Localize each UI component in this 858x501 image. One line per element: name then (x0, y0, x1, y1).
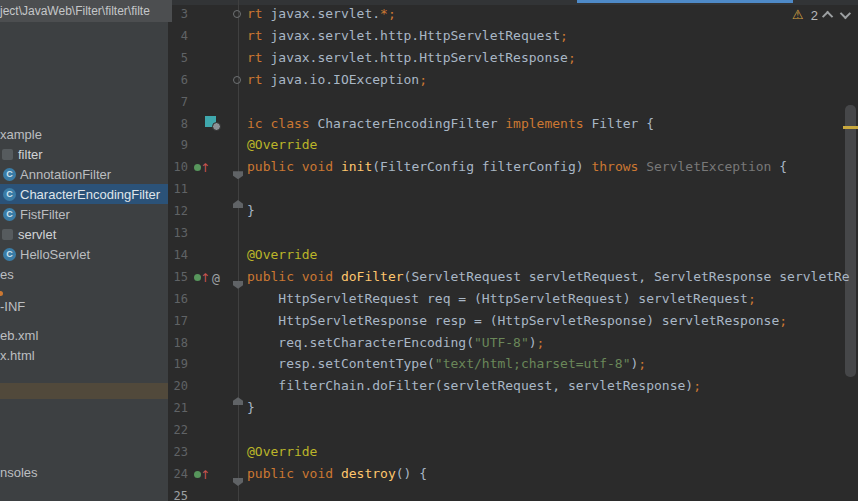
line-number: 12 (168, 200, 188, 222)
code-line-5[interactable]: 5rt javax.servlet.http.HttpServletRespon… (168, 47, 858, 69)
tree-item-xample[interactable]: xample (0, 124, 168, 144)
class-icon: C (3, 208, 16, 221)
code-line-22[interactable]: 22 (168, 419, 858, 441)
line-number: 7 (168, 91, 188, 113)
code-line-11[interactable]: 11 (168, 178, 858, 200)
annotated-method-icon[interactable]: @ (212, 268, 220, 290)
code-text: public void destroy() { (247, 463, 427, 485)
code-line-4[interactable]: 4rt javax.servlet.http.HttpServletReques… (168, 25, 858, 47)
line-number: 14 (168, 244, 188, 266)
line-number: 9 (168, 134, 188, 156)
tree-item-label: es (0, 267, 14, 282)
code-line-7[interactable]: 7 (168, 91, 858, 113)
line-number: 22 (168, 419, 188, 441)
line-number: 11 (168, 178, 188, 200)
line-number: 10 (168, 156, 188, 178)
line-number: 18 (168, 332, 188, 354)
tree-item-label: servlet (18, 227, 56, 242)
code-line-14[interactable]: 14@Override (168, 244, 858, 266)
tree-item-helloservlet[interactable]: CHelloServlet (0, 244, 168, 264)
code-line-21[interactable]: 21} (168, 397, 858, 419)
class-icon: C (3, 248, 16, 261)
code-line-25[interactable]: 25 (168, 485, 858, 501)
previous-highlight-icon[interactable] (822, 11, 833, 22)
file-path-tooltip: ject\JavaWeb\Filter\filter\filte (0, 0, 172, 22)
code-text: @Override (247, 134, 317, 156)
code-line-17[interactable]: 17 HttpServletResponse resp = (HttpServl… (168, 310, 858, 332)
fold-marker-icon[interactable] (233, 200, 243, 208)
code-text: HttpServletResponse resp = (HttpServletR… (247, 310, 787, 332)
tree-item-nsoles[interactable]: nsoles (0, 462, 168, 482)
code-text: } (247, 397, 255, 419)
tree-item-label: -INF (0, 299, 25, 314)
line-number: 24 (168, 463, 188, 485)
code-text: rt java.io.IOException; (247, 69, 427, 91)
code-text: ic class CharacterEncodingFilter impleme… (247, 113, 654, 135)
code-line-18[interactable]: 18 req.setCharacterEncoding("UTF-8"); (168, 332, 858, 354)
tree-item-label: AnnotationFilter (20, 167, 111, 182)
overriding-method-icon[interactable]: ↑ (194, 269, 210, 284)
fold-marker-icon[interactable] (233, 76, 241, 84)
tree-item-servlet[interactable]: servlet (0, 224, 168, 244)
code-line-6[interactable]: 6rt java.io.IOException; (168, 69, 858, 91)
line-number: 21 (168, 397, 188, 419)
code-line-23[interactable]: 23@Override (168, 441, 858, 463)
tree-item-annotationfilter[interactable]: CAnnotationFilter (0, 164, 168, 184)
code-text: @Override (247, 441, 317, 463)
code-line-12[interactable]: 12} (168, 200, 858, 222)
code-line-15[interactable]: 15↑@public void doFilter(ServletRequest … (168, 266, 858, 288)
tree-item-label: FistFilter (20, 207, 70, 222)
line-number: 25 (168, 485, 188, 501)
code-text: public void init(FilterConfig filterConf… (247, 156, 787, 178)
code-line-9[interactable]: 9@Override (168, 134, 858, 156)
code-text: rt javax.servlet.*; (247, 3, 396, 25)
tree-item-fistfilter[interactable]: CFistFilter (0, 204, 168, 224)
fold-marker-icon[interactable] (233, 397, 243, 405)
warning-icon: ⚠ (792, 7, 804, 23)
code-text: @Override (247, 244, 317, 266)
tree-item[interactable] (0, 383, 168, 399)
line-number: 4 (168, 25, 188, 47)
tree-item-eb-xml[interactable]: eb.xml (0, 325, 168, 345)
tree-item-label: x.html (0, 348, 35, 363)
code-line-10[interactable]: 10↑public void init(FilterConfig filterC… (168, 156, 858, 178)
line-number: 8 (168, 113, 188, 135)
line-number: 23 (168, 441, 188, 463)
code-line-24[interactable]: 24↑public void destroy() { (168, 463, 858, 485)
line-number: 13 (168, 222, 188, 244)
tree-item-es[interactable]: es (0, 264, 168, 284)
code-line-20[interactable]: 20 filterChain.doFilter(servletRequest, … (168, 375, 858, 397)
line-number: 6 (168, 69, 188, 91)
package-icon (2, 149, 13, 160)
tree-item--inf[interactable]: -INF (0, 296, 168, 316)
code-line-8[interactable]: 8ic class CharacterEncodingFilter implem… (168, 113, 858, 135)
ide-window: xamplefilterCAnnotationFilterCCharacterE… (0, 0, 858, 501)
tree-item-label: xample (0, 127, 42, 142)
warning-count: 2 (811, 8, 818, 23)
line-number: 5 (168, 47, 188, 69)
vertical-scrollbar[interactable] (845, 105, 856, 377)
code-line-16[interactable]: 16 HttpServletRequest req = (HttpServlet… (168, 288, 858, 310)
inspections-widget[interactable]: ⚠ 2 (792, 6, 848, 24)
code-line-13[interactable]: 13 (168, 222, 858, 244)
code-line-3[interactable]: 3rt javax.servlet.*; (168, 3, 858, 25)
line-number: 15 (168, 266, 188, 288)
overriding-method-icon[interactable]: ↑ (194, 466, 210, 481)
project-tree-panel: xamplefilterCAnnotationFilterCCharacterE… (0, 0, 168, 501)
tree-item-x-html[interactable]: x.html (0, 345, 168, 365)
class-gutter-icon[interactable] (205, 116, 223, 133)
code-text: filterChain.doFilter(servletRequest, ser… (247, 375, 701, 397)
code-editor[interactable]: 3rt javax.servlet.*;4rt javax.servlet.ht… (168, 0, 858, 501)
code-text: resp.setContentType("text/html;charset=u… (247, 353, 646, 375)
tree-item-label: HelloServlet (20, 247, 90, 262)
code-text: public void doFilter(ServletRequest serv… (247, 266, 850, 288)
line-number: 17 (168, 310, 188, 332)
scrollbar-warning-mark[interactable] (843, 126, 858, 129)
code-text: HttpServletRequest req = (HttpServletReq… (247, 288, 756, 310)
tree-item-label: nsoles (0, 465, 38, 480)
tree-item-filter[interactable]: filter (0, 144, 168, 164)
overriding-method-icon[interactable]: ↑ (194, 159, 210, 174)
tree-item-characterencodingfilter[interactable]: CCharacterEncodingFilter (0, 184, 168, 204)
code-line-19[interactable]: 19 resp.setContentType("text/html;charse… (168, 353, 858, 375)
fold-marker-icon[interactable] (233, 10, 241, 18)
